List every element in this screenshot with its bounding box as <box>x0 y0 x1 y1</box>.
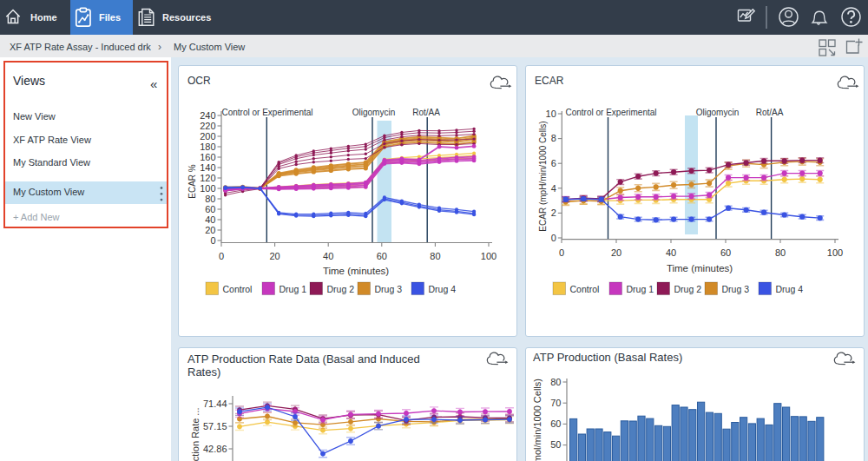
svg-text:Rot/AA: Rot/AA <box>412 108 440 117</box>
svg-text:80: 80 <box>775 247 786 258</box>
svg-text:ECAR (mpH/min/1000 Cells): ECAR (mpH/min/1000 Cells) <box>538 121 548 231</box>
svg-text:8: 8 <box>551 133 556 143</box>
svg-text:42.86: 42.86 <box>203 444 227 454</box>
svg-text:40: 40 <box>205 214 215 225</box>
svg-text:Time (minutes): Time (minutes) <box>667 263 733 273</box>
svg-text:6: 6 <box>551 158 556 168</box>
svg-text:Drug 1: Drug 1 <box>627 284 654 294</box>
svg-text:20: 20 <box>611 247 621 258</box>
svg-text:Drug 1: Drug 1 <box>279 284 307 294</box>
svg-text:Drug 4: Drug 4 <box>429 284 457 294</box>
svg-text:2: 2 <box>551 207 556 218</box>
svg-text:4: 4 <box>551 183 556 194</box>
svg-text:160: 160 <box>200 152 215 162</box>
svg-text:60: 60 <box>720 247 731 258</box>
svg-text:Drug 2: Drug 2 <box>327 284 355 294</box>
svg-text:0: 0 <box>210 235 215 246</box>
svg-text:0: 0 <box>559 247 564 258</box>
svg-text:80: 80 <box>550 377 561 387</box>
svg-text:240: 240 <box>200 110 215 121</box>
svg-text:60: 60 <box>377 251 387 261</box>
svg-text:100: 100 <box>827 247 843 258</box>
svg-text:Drug 2: Drug 2 <box>674 284 702 294</box>
svg-text:200: 200 <box>200 131 215 142</box>
svg-text:(pmol/min/1000 Cells): (pmol/min/1000 Cells) <box>532 379 542 461</box>
svg-text:0: 0 <box>219 251 224 261</box>
svg-text:Drug 3: Drug 3 <box>375 284 403 294</box>
svg-text:Control or Experimental: Control or Experimental <box>222 108 313 117</box>
svg-text:20: 20 <box>205 225 215 235</box>
svg-text:120: 120 <box>200 173 215 183</box>
svg-text:0: 0 <box>551 233 556 243</box>
svg-text:ECAR %: ECAR % <box>187 164 197 199</box>
svg-text:10: 10 <box>546 109 556 119</box>
svg-text:220: 220 <box>200 121 215 131</box>
svg-text:71.44: 71.44 <box>203 398 227 409</box>
svg-text:40: 40 <box>323 251 333 261</box>
svg-text:60: 60 <box>550 418 561 429</box>
svg-text:57.15: 57.15 <box>203 421 227 431</box>
svg-text:180: 180 <box>200 142 215 152</box>
svg-text:Control: Control <box>223 284 253 294</box>
svg-text:Drug 4: Drug 4 <box>776 284 804 294</box>
svg-text:Drug 3: Drug 3 <box>722 284 750 294</box>
svg-text:140: 140 <box>200 162 215 173</box>
svg-text:Rot/AA: Rot/AA <box>756 108 784 117</box>
svg-text:40: 40 <box>666 247 676 258</box>
svg-text:Oligomycin: Oligomycin <box>352 108 395 117</box>
svg-text:100: 100 <box>200 183 215 194</box>
svg-text:60: 60 <box>205 204 215 214</box>
svg-text:50: 50 <box>550 439 561 450</box>
svg-text:Time (minutes): Time (minutes) <box>323 266 389 276</box>
svg-text:Control: Control <box>570 284 600 294</box>
svg-text:Oligomycin: Oligomycin <box>696 108 739 117</box>
svg-text:Control or Experimental: Control or Experimental <box>566 108 657 117</box>
svg-text:70: 70 <box>550 398 561 408</box>
svg-text:80: 80 <box>430 251 440 261</box>
svg-text:ATP Production Rate ...: ATP Production Rate ... <box>190 407 201 461</box>
svg-text:100: 100 <box>481 251 496 261</box>
svg-text:80: 80 <box>205 194 215 204</box>
svg-text:20: 20 <box>269 251 279 261</box>
